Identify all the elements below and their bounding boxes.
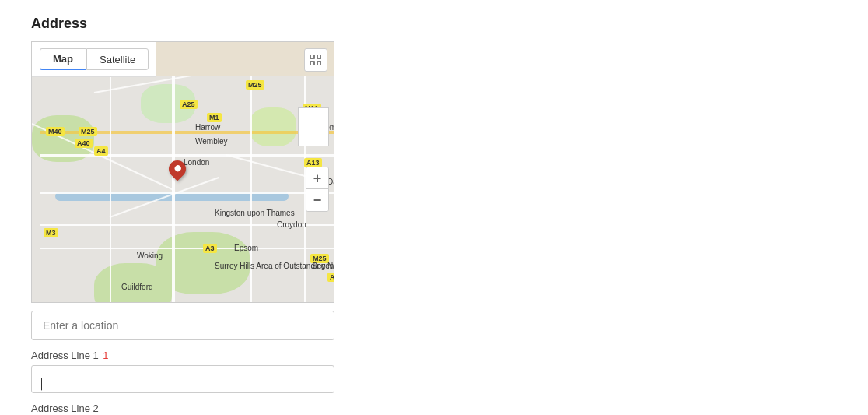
map-label-20: A3 [203, 244, 217, 253]
green-area-3 [250, 107, 296, 146]
map-label-8: Wembley [195, 137, 228, 146]
map-label-5: M1 [207, 113, 222, 122]
map-label-24: Sevenoaks [312, 262, 334, 270]
form-area: Address Line 1 1 Address Line 2 [31, 311, 334, 415]
map-label-25: A21 [327, 273, 334, 282]
fullscreen-button[interactable] [304, 48, 327, 72]
map-zoom-controls: + − [306, 167, 329, 212]
map-label-16: Kingston upon Thames [215, 209, 295, 217]
address-line2-label: Address Line 2 [31, 403, 334, 414]
map-marker [168, 160, 187, 184]
map-label-0: M25 [246, 80, 264, 90]
section-title: Address [31, 16, 513, 32]
svg-rect-0 [310, 55, 314, 58]
fullscreen-icon [310, 55, 321, 65]
map-label-17: Croydon [277, 220, 306, 229]
road-h-2 [40, 154, 334, 157]
svg-rect-1 [317, 55, 321, 58]
address-line1-label: Address Line 1 1 [31, 350, 334, 361]
map-background: M25M11M25A127M40M1A40HarrowWembleyRomfor… [32, 76, 334, 302]
map-tab-group: Map Satellite [40, 48, 149, 70]
zoom-out-button[interactable]: − [306, 189, 328, 211]
address-line1-wrapper [31, 365, 334, 403]
map-label-18: M3 [44, 228, 58, 237]
map-label-12: A4 [94, 146, 108, 156]
map-mini-box [298, 107, 329, 146]
map-label-21: Woking [137, 251, 163, 260]
map-tab-satellite[interactable]: Satellite [86, 48, 149, 70]
map-container: Map Satellite [31, 41, 334, 303]
location-input[interactable] [31, 311, 334, 340]
marker-pin [165, 157, 189, 181]
map-tab-map[interactable]: Map [40, 48, 86, 70]
marker-dot [173, 164, 182, 173]
map-label-26: Guildford [121, 283, 153, 291]
svg-rect-3 [317, 62, 321, 65]
map-header: Map Satellite [32, 42, 156, 77]
map-label-11: M25 [79, 127, 97, 136]
map-label-4: M40 [46, 127, 65, 136]
page-container: Address Map Satellite [0, 0, 544, 415]
road-d-3 [226, 154, 317, 180]
map-label-10: A25 [180, 100, 198, 109]
road-v-3 [110, 76, 111, 302]
zoom-in-button[interactable]: + [306, 167, 328, 189]
map-label-14: London [184, 158, 209, 167]
address-line1-input[interactable] [31, 365, 334, 393]
required-marker: 1 [100, 350, 109, 361]
map-image-area[interactable]: M25M11M25A127M40M1A40HarrowWembleyRomfor… [32, 76, 334, 302]
road-h-5 [40, 248, 334, 249]
road-h-3 [40, 192, 334, 194]
map-label-19: Epsom [234, 244, 258, 252]
svg-rect-2 [310, 62, 314, 65]
map-label-6: A40 [75, 139, 93, 148]
map-label-7: Harrow [195, 123, 220, 132]
